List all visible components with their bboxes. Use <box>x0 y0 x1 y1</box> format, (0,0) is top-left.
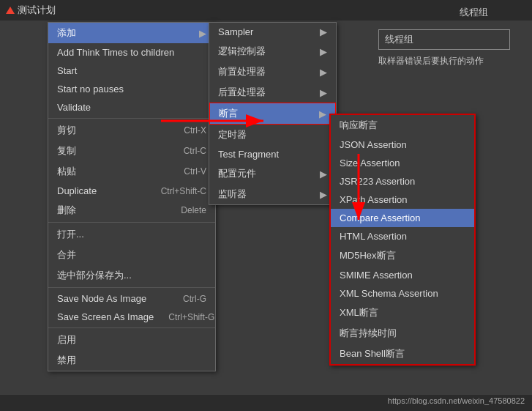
sub-menu-2-assertion: 响应断言JSON AssertionSize AssertionJSR223 A… <box>329 114 476 366</box>
menu-item-label: Add Think Times to children <box>57 47 174 58</box>
submenu2-item-label: XPath Assertion <box>340 194 408 205</box>
submenu1-item-label: 监听器 <box>218 188 247 201</box>
main-menu-item-9[interactable]: DuplicateCtrl+Shift-C <box>48 182 215 200</box>
submenu2-item-label: 响应断言 <box>340 119 378 132</box>
sub-menu-1-item-3[interactable]: 后置处理器▶ <box>209 82 336 103</box>
sub-menu-1-item-0[interactable]: Sampler▶ <box>209 23 336 41</box>
menu-separator <box>48 118 215 119</box>
menu-item-label: Start <box>57 65 77 76</box>
main-menu-item-10[interactable]: 删除Delete <box>48 200 215 221</box>
menu-item-label: 合并 <box>57 248 76 262</box>
submenu-arrow-icon: ▶ <box>320 26 327 37</box>
main-menu-item-13[interactable]: 合并 <box>48 245 215 265</box>
thread-group-box[interactable]: 线程组 <box>378 29 510 50</box>
menu-item-label: 添加 <box>57 26 76 40</box>
main-menu-item-12[interactable]: 打开... <box>48 224 215 245</box>
right-panel-label: 线程组 <box>460 6 488 19</box>
submenu2-item-label: XML断言 <box>340 306 378 319</box>
main-menu-item-8[interactable]: 粘贴Ctrl-V <box>48 161 215 182</box>
submenu1-item-label: Sampler <box>218 26 253 37</box>
main-menu-item-19[interactable]: 启用 <box>48 330 215 350</box>
main-menu-item-1[interactable]: Add Think Times to children <box>48 43 215 62</box>
app-icon <box>6 7 15 14</box>
menu-item-label: Save Screen As Image <box>57 311 154 322</box>
submenu-arrow-icon: ▶ <box>320 87 327 98</box>
sub-menu-2-item-0[interactable]: 响应断言 <box>331 115 474 136</box>
menu-item-shortcut: Ctrl-C <box>184 146 206 156</box>
sub-menu-1-item-7[interactable]: 配置元件▶ <box>209 163 336 184</box>
sub-menu-1-item-1[interactable]: 逻辑控制器▶ <box>209 41 336 62</box>
sub-menu-1-item-2[interactable]: 前置处理器▶ <box>209 62 336 82</box>
main-menu-item-20[interactable]: 禁用 <box>48 350 215 371</box>
submenu1-item-label: 断言 <box>219 107 238 120</box>
menu-item-label: Start no pauses <box>57 84 124 95</box>
top-bar: 测试计划 <box>0 0 532 21</box>
sub-menu-2-item-7[interactable]: MD5Hex断言 <box>331 245 474 266</box>
menu-item-label: 删除 <box>57 204 76 217</box>
sub-menu-1-item-6[interactable]: Test Fragment <box>209 145 336 163</box>
submenu1-item-label: 配置元件 <box>218 167 256 180</box>
submenu-arrow-icon: ▶ <box>320 46 327 57</box>
menu-item-shortcut: Ctrl+Shift-G <box>168 312 214 322</box>
thread-group-label: 线程组 <box>385 34 413 45</box>
sub-menu-1-item-8[interactable]: 监听器▶ <box>209 184 336 204</box>
menu-item-shortcut: Delete <box>181 205 206 215</box>
app-title: 测试计划 <box>18 4 56 17</box>
sub-menu-2-item-12[interactable]: Bean Shell断言 <box>331 344 474 364</box>
sub-menu-2-item-6[interactable]: HTML Assertion <box>331 227 474 245</box>
sub-menu-2-item-9[interactable]: XML Schema Assertion <box>331 284 474 303</box>
sub-menu-2-item-10[interactable]: XML断言 <box>331 303 474 323</box>
menu-item-shortcut: Ctrl-G <box>183 294 206 304</box>
submenu2-item-label: SMIME Assertion <box>340 270 413 281</box>
main-menu-item-16[interactable]: Save Node As ImageCtrl-G <box>48 289 215 308</box>
menu-separator <box>48 287 215 288</box>
submenu1-item-label: 定时器 <box>218 128 247 141</box>
submenu2-item-label: MD5Hex断言 <box>340 249 396 262</box>
submenu1-item-label: 逻辑控制器 <box>218 45 266 58</box>
submenu-arrow-icon: ▶ <box>320 169 327 179</box>
menu-item-label: Duplicate <box>57 185 97 196</box>
sub-menu-2-item-8[interactable]: SMIME Assertion <box>331 266 474 284</box>
submenu2-item-label: Size Assertion <box>340 158 400 169</box>
sub-menu-2-item-3[interactable]: JSR223 Assertion <box>331 172 474 190</box>
menu-item-label: 复制 <box>57 144 76 158</box>
main-menu-item-0[interactable]: 添加▶ <box>48 23 215 43</box>
submenu2-item-label: JSON Assertion <box>340 139 407 150</box>
main-menu-item-7[interactable]: 复制Ctrl-C <box>48 141 215 161</box>
sub-menu-1-item-5[interactable]: 定时器 <box>209 125 336 145</box>
menu-separator <box>48 222 215 223</box>
submenu2-item-label: XML Schema Assertion <box>340 288 438 299</box>
watermark: https://blog.csdn.net/weixin_47580822 <box>388 396 525 405</box>
main-menu-item-2[interactable]: Start <box>48 62 215 80</box>
sub-menu-2-item-1[interactable]: JSON Assertion <box>331 136 474 154</box>
main-menu-item-14[interactable]: 选中部分保存为... <box>48 265 215 286</box>
sub-menu-1: Sampler▶逻辑控制器▶前置处理器▶后置处理器▶断言▶定时器Test Fra… <box>209 22 337 205</box>
menu-item-label: Validate <box>57 102 91 113</box>
main-menu-item-3[interactable]: Start no pauses <box>48 80 215 98</box>
sub-menu-2-item-2[interactable]: Size Assertion <box>331 154 474 172</box>
menu-item-label: 打开... <box>57 228 84 241</box>
menu-item-shortcut: Ctrl-V <box>184 166 206 177</box>
submenu2-item-label: 断言持续时间 <box>340 327 397 340</box>
menu-item-shortcut: Ctrl-X <box>184 125 206 136</box>
sub-menu-2-item-5[interactable]: Compare Assertion <box>331 209 474 227</box>
main-context-menu: 添加▶Add Think Times to childrenStartStart… <box>48 22 216 371</box>
sub-menu-2-item-11[interactable]: 断言持续时间 <box>331 323 474 344</box>
submenu-arrow-icon: ▶ <box>319 108 326 119</box>
submenu1-item-label: 后置处理器 <box>218 86 266 99</box>
submenu2-item-label: Bean Shell断言 <box>340 347 405 360</box>
submenu2-item-label: Compare Assertion <box>340 212 421 223</box>
submenu1-item-label: Test Fragment <box>218 149 279 160</box>
menu-item-label: 选中部分保存为... <box>57 269 132 282</box>
menu-item-label: 禁用 <box>57 354 76 367</box>
menu-item-label: 粘贴 <box>57 165 76 178</box>
menu-item-label: 剪切 <box>57 124 76 137</box>
submenu2-item-label: JSR223 Assertion <box>340 176 415 187</box>
sub-menu-2-item-4[interactable]: XPath Assertion <box>331 190 474 209</box>
main-menu-item-4[interactable]: Validate <box>48 98 215 116</box>
menu-item-shortcut: Ctrl+Shift-C <box>161 186 206 196</box>
main-menu-item-17[interactable]: Save Screen As ImageCtrl+Shift-G <box>48 308 215 326</box>
menu-item-label: 启用 <box>57 333 76 347</box>
sub-menu-1-item-4[interactable]: 断言▶ <box>209 103 336 125</box>
main-menu-item-6[interactable]: 剪切Ctrl-X <box>48 120 215 141</box>
